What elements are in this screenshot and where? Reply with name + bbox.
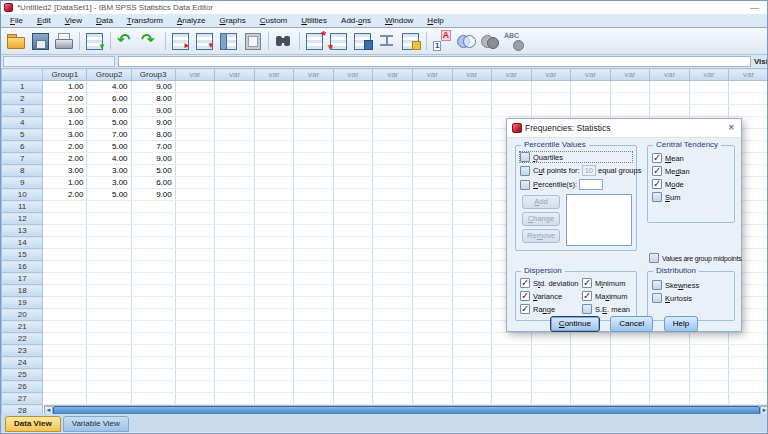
column-header-Group2[interactable]: Group2 — [87, 69, 131, 81]
empty-cell[interactable] — [452, 297, 492, 309]
empty-cell[interactable] — [373, 273, 413, 285]
empty-cell[interactable] — [254, 297, 294, 309]
maximum-checkbox[interactable]: Maximum — [582, 291, 634, 301]
empty-cell[interactable] — [175, 297, 215, 309]
empty-cell[interactable] — [333, 393, 373, 405]
mode-checkbox[interactable]: Mode — [652, 179, 734, 189]
empty-cell[interactable] — [689, 357, 729, 369]
empty-cell[interactable] — [333, 345, 373, 357]
empty-cell[interactable] — [571, 393, 611, 405]
empty-cell[interactable] — [412, 381, 452, 393]
empty-cell[interactable] — [373, 81, 413, 93]
empty-cell[interactable] — [452, 381, 492, 393]
percentiles-listbox[interactable] — [566, 194, 632, 246]
quartiles-checkbox[interactable]: Quartiles — [520, 152, 632, 162]
menu-edit[interactable]: Edit — [32, 15, 60, 26]
empty-cell[interactable] — [215, 357, 255, 369]
cancel-button[interactable]: Cancel — [610, 316, 653, 332]
data-cell[interactable] — [43, 369, 87, 381]
var-column-header[interactable]: var — [531, 69, 571, 81]
empty-cell[interactable] — [294, 297, 334, 309]
empty-cell[interactable] — [215, 345, 255, 357]
row-header[interactable]: 24 — [2, 357, 43, 369]
empty-cell[interactable] — [294, 81, 334, 93]
data-cell[interactable] — [43, 201, 87, 213]
empty-cell[interactable] — [215, 213, 255, 225]
cut-points-checkbox[interactable]: Cut points for: 10 equal groups — [520, 165, 636, 176]
empty-cell[interactable] — [729, 345, 768, 357]
empty-cell[interactable] — [333, 153, 373, 165]
empty-cell[interactable] — [531, 381, 571, 393]
menu-graphs[interactable]: Graphs — [214, 15, 254, 26]
var-column-header[interactable]: var — [373, 69, 413, 81]
empty-cell[interactable] — [452, 201, 492, 213]
data-cell[interactable] — [43, 393, 87, 405]
data-cell[interactable] — [87, 309, 131, 321]
redo-icon[interactable] — [139, 30, 161, 52]
empty-cell[interactable] — [650, 333, 690, 345]
empty-cell[interactable] — [373, 141, 413, 153]
var-column-header[interactable]: var — [571, 69, 611, 81]
change-button[interactable]: Change — [522, 212, 560, 226]
median-checkbox[interactable]: Median — [652, 166, 734, 176]
data-cell[interactable]: 2.00 — [43, 189, 87, 201]
empty-cell[interactable] — [492, 393, 532, 405]
data-cell[interactable] — [87, 381, 131, 393]
insert-variable-icon[interactable] — [328, 30, 350, 52]
empty-cell[interactable] — [333, 297, 373, 309]
empty-cell[interactable] — [571, 333, 611, 345]
data-cell[interactable]: 3.00 — [43, 105, 87, 117]
empty-cell[interactable] — [333, 81, 373, 93]
var-column-header[interactable]: var — [333, 69, 373, 81]
percentiles-checkbox-box[interactable] — [520, 180, 530, 190]
empty-cell[interactable] — [452, 117, 492, 129]
var-column-header[interactable]: var — [175, 69, 215, 81]
empty-cell[interactable] — [294, 237, 334, 249]
empty-cell[interactable] — [333, 177, 373, 189]
data-cell[interactable] — [87, 321, 131, 333]
cut-points-input[interactable]: 10 — [582, 165, 596, 176]
data-cell[interactable]: 1.00 — [43, 177, 87, 189]
empty-cell[interactable] — [412, 213, 452, 225]
empty-cell[interactable] — [412, 321, 452, 333]
empty-cell[interactable] — [254, 129, 294, 141]
var-column-header[interactable]: var — [412, 69, 452, 81]
insert-cases-icon[interactable] — [304, 30, 326, 52]
menu-window[interactable]: Window — [380, 15, 422, 26]
empty-cell[interactable] — [412, 369, 452, 381]
data-cell[interactable]: 6.00 — [131, 177, 175, 189]
empty-cell[interactable] — [452, 237, 492, 249]
std-deviation-box[interactable] — [520, 278, 530, 288]
data-cell[interactable]: 1.00 — [43, 81, 87, 93]
data-cell[interactable]: 8.00 — [131, 93, 175, 105]
empty-cell[interactable] — [215, 141, 255, 153]
empty-cell[interactable] — [254, 393, 294, 405]
empty-cell[interactable] — [373, 225, 413, 237]
empty-cell[interactable] — [254, 285, 294, 297]
empty-cell[interactable] — [373, 201, 413, 213]
data-cell[interactable] — [43, 249, 87, 261]
data-cell[interactable]: 6.00 — [87, 105, 131, 117]
empty-cell[interactable] — [452, 309, 492, 321]
help-button[interactable]: Help — [664, 316, 698, 332]
empty-cell[interactable] — [531, 93, 571, 105]
data-cell[interactable]: 2.00 — [43, 141, 87, 153]
continue-button[interactable]: Continue — [550, 316, 600, 332]
empty-cell[interactable] — [571, 345, 611, 357]
data-cell[interactable]: 9.00 — [131, 117, 175, 129]
empty-cell[interactable] — [412, 105, 452, 117]
data-cell[interactable]: 2.00 — [43, 153, 87, 165]
empty-cell[interactable] — [175, 273, 215, 285]
row-header[interactable]: 18 — [2, 285, 43, 297]
data-cell[interactable]: 7.00 — [87, 129, 131, 141]
empty-cell[interactable] — [650, 393, 690, 405]
data-cell[interactable] — [43, 357, 87, 369]
kurtosis-checkbox[interactable]: Kurtosis — [652, 293, 734, 303]
empty-cell[interactable] — [254, 153, 294, 165]
empty-cell[interactable] — [333, 273, 373, 285]
empty-cell[interactable] — [412, 345, 452, 357]
empty-cell[interactable] — [254, 213, 294, 225]
empty-cell[interactable] — [412, 309, 452, 321]
data-cell[interactable] — [131, 369, 175, 381]
empty-cell[interactable] — [215, 309, 255, 321]
